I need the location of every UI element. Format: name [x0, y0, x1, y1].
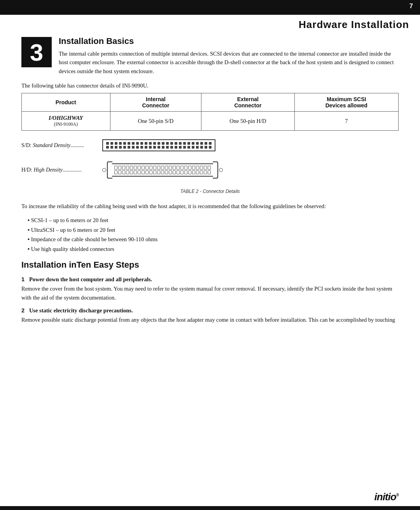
- hd-slot-row-top: [114, 166, 211, 170]
- list-item: UltraSCSI – up to 6 meters or 20 feet: [28, 225, 399, 235]
- sd-row-bottom: [106, 146, 212, 149]
- hd-left-circle: [102, 168, 106, 172]
- table-intro: The following table has connector detail…: [21, 82, 399, 89]
- product-name: I/OHIGHWAY: [49, 115, 83, 121]
- step-1-heading: 1 Power down the host computer and all p…: [21, 276, 399, 283]
- step-2-text: Remove possible static discharge potenti…: [21, 315, 399, 324]
- hd-connector-row: H/D: High Density..............: [21, 161, 399, 179]
- hd-italic-label: High Density: [34, 167, 63, 173]
- reliability-text: To increase the reliability of the cabli…: [21, 202, 399, 210]
- logo-italic: initio: [374, 491, 396, 503]
- th-product: Product: [22, 93, 110, 112]
- bottom-bar: [0, 506, 420, 510]
- product-sub: (INI-9100A): [26, 121, 105, 127]
- bullet-list: SCSI-1 – up to 6 meters or 20 feet Ultra…: [28, 216, 399, 254]
- chapter-intro-text: The internal cable permits connection of…: [59, 49, 399, 75]
- chapter-title: Installation Basics: [59, 36, 399, 46]
- section2-title: Installation inTen Easy Steps: [21, 260, 399, 270]
- max-devices-value: 7: [294, 112, 398, 131]
- external-connector-value: One 50-pin H/D: [201, 112, 294, 131]
- main-content: 3 Installation Basics The internal cable…: [0, 36, 420, 345]
- chapter-number: 3: [21, 37, 52, 67]
- th-external-connector: ExternalConnector: [201, 93, 294, 112]
- sd-row-top: [106, 142, 212, 145]
- sd-italic-label: Standard Density: [33, 142, 70, 148]
- th-internal-connector: InternalConnector: [110, 93, 201, 112]
- list-item: Use high quality shielded connectors: [28, 244, 399, 254]
- step-2-number: 2: [21, 307, 28, 314]
- logo-text: initio®: [374, 491, 399, 503]
- hd-right-bracket: [213, 161, 218, 179]
- chapter-content: Installation Basics The internal cable p…: [59, 36, 399, 75]
- hd-body: [112, 163, 213, 177]
- list-item: Impedance of the cable should be between…: [28, 235, 399, 244]
- sd-connector-diagram: [102, 139, 215, 151]
- hd-connector-diagram: [102, 161, 223, 179]
- top-bar: 7: [0, 0, 420, 15]
- step-1: 1 Power down the host computer and all p…: [21, 276, 399, 302]
- list-item: SCSI-1 – up to 6 meters or 20 feet: [28, 216, 399, 225]
- step-1-title: Power down the host computer and all per…: [29, 276, 152, 282]
- hd-slot-row-bottom: [114, 170, 211, 174]
- page-number: 7: [410, 2, 413, 10]
- hd-right-circle: [219, 168, 223, 172]
- page-title: Hardware Installation: [0, 15, 420, 36]
- logo-trademark: ®: [396, 493, 399, 497]
- connector-diagrams: S/D: Standard Density..........: [21, 139, 399, 179]
- hd-left-bracket: [107, 161, 112, 179]
- connector-table: Product InternalConnector ExternalConnec…: [21, 93, 399, 131]
- step-2-heading: 2 Use static electricity discharge preca…: [21, 307, 399, 314]
- hd-left-cap: [102, 161, 112, 179]
- th-max-scsi: Maximum SCSIDevices allowed: [294, 93, 398, 112]
- hd-right-cap: [213, 161, 223, 179]
- internal-connector-value: One 50-pin S/D: [110, 112, 201, 131]
- step-2: 2 Use static electricity discharge preca…: [21, 307, 399, 324]
- table-caption: TABLE 2 - Connector Details: [21, 189, 399, 194]
- table-row: I/OHIGHWAY (INI-9100A) One 50-pin S/D On…: [22, 112, 399, 131]
- logo-area: initio®: [374, 491, 399, 503]
- chapter-block: 3 Installation Basics The internal cable…: [21, 36, 399, 75]
- step-2-title: Use static electricity discharge precaut…: [29, 307, 133, 314]
- sd-connector-row: S/D: Standard Density..........: [21, 139, 399, 151]
- sd-label: S/D: Standard Density..........: [21, 142, 99, 149]
- product-cell: I/OHIGHWAY (INI-9100A): [22, 112, 110, 131]
- sd-dots: [106, 142, 212, 149]
- hd-label: H/D: High Density..............: [21, 167, 99, 173]
- step-1-number: 1: [21, 276, 28, 282]
- step-1-text: Remove the cover from the host system. Y…: [21, 284, 399, 302]
